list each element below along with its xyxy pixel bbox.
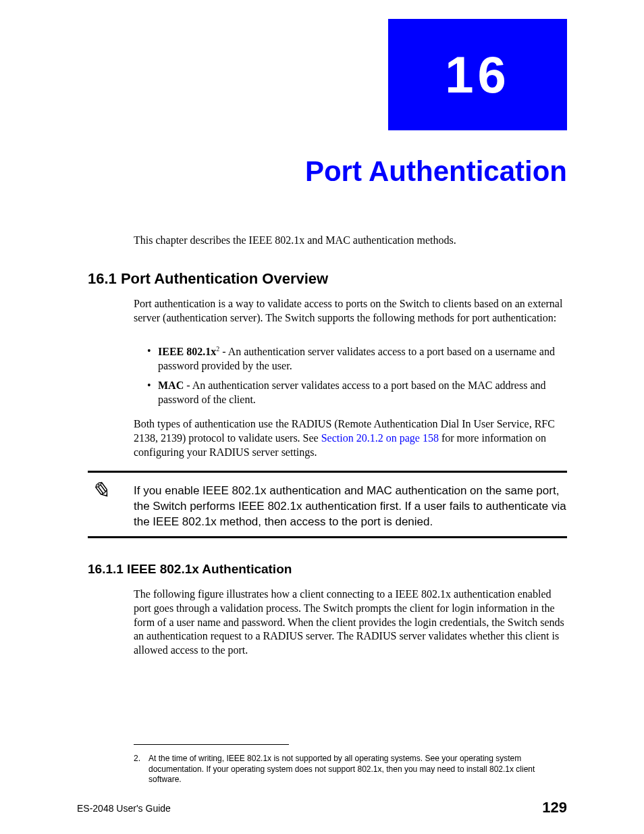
chapter-number-box: 16: [388, 19, 567, 130]
section-16-1-para-2: Both types of authentication use the RAD…: [134, 417, 567, 459]
page-number: 129: [542, 799, 567, 816]
section-16-1-para-1: Port authentication is a way to validate…: [134, 297, 567, 325]
bullet-content: MAC - An authentication server validates…: [158, 379, 567, 407]
bullet-text: - An authentication server validates acc…: [158, 380, 546, 405]
footnote-number: 2.: [134, 754, 149, 785]
chapter-intro: This chapter describes the IEEE 802.1x a…: [134, 234, 456, 246]
chapter-number: 16: [445, 45, 510, 104]
note-text: If you enable IEEE 802.1x authentication…: [134, 484, 567, 530]
section-heading-16-1-1: 16.1.1 IEEE 802.1x Authentication: [88, 562, 292, 577]
note-divider-top: [88, 471, 567, 473]
note-divider-bottom: [88, 536, 567, 538]
footnote-text: At the time of writing, IEEE 802.1x is n…: [149, 754, 567, 785]
cross-reference-link[interactable]: Section 20.1.2 on page 158: [321, 432, 439, 444]
bullet-marker: •: [147, 379, 158, 407]
bullet-marker: •: [147, 344, 158, 373]
bullet-list: • IEEE 802.1x2 - An authentication serve…: [147, 344, 567, 413]
list-item: • MAC - An authentication server validat…: [147, 379, 567, 407]
footnote: 2. At the time of writing, IEEE 802.1x i…: [134, 754, 567, 785]
section-16-1-1-para: The following figure illustrates how a c…: [134, 588, 567, 658]
list-item: • IEEE 802.1x2 - An authentication serve…: [147, 344, 567, 373]
footer-guide-name: ES-2048 User's Guide: [77, 803, 171, 814]
note-icon: ✎: [90, 477, 109, 504]
footnote-divider: [134, 744, 289, 745]
bullet-label: IEEE 802.1x: [158, 346, 216, 357]
bullet-content: IEEE 802.1x2 - An authentication server …: [158, 344, 567, 373]
section-heading-16-1: 16.1 Port Authentication Overview: [88, 270, 328, 288]
bullet-label: MAC: [158, 380, 184, 391]
chapter-title: Port Authentication: [305, 155, 567, 188]
